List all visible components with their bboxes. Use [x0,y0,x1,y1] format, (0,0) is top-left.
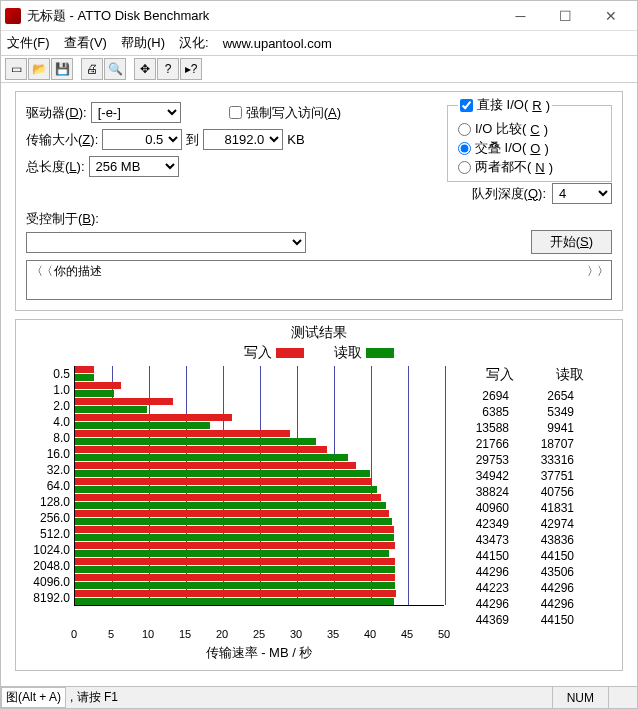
menu-url[interactable]: www.upantool.com [223,36,332,51]
values-table: 写入 读取 2694265463855349135889941217661870… [444,366,604,628]
print-icon[interactable]: 🖨 [81,58,103,80]
maximize-button[interactable]: ☐ [543,2,588,30]
table-row: 4422344296 [444,580,604,596]
menu-help[interactable]: 帮助(H) [121,34,165,52]
to-label: 到 [186,131,199,149]
minimize-button[interactable]: ─ [498,2,543,30]
bar-read [75,598,394,605]
bar-write [75,430,290,437]
status-left[interactable]: 图(Alt + A) [1,687,66,708]
menubar: 文件(F) 查看(V) 帮助(H) 汉化: www.upantool.com [1,31,637,55]
bar-read [75,534,394,541]
bar-read [75,486,377,493]
neither-radio[interactable]: 两者都不(N) [458,158,601,176]
status-mid: , 请按 F1 [66,689,552,706]
table-row: 4436944150 [444,612,604,628]
io-compare-radio[interactable]: I/O 比较(C) [458,120,601,138]
table-row: 4347343836 [444,532,604,548]
bar-read [75,582,395,589]
direct-io-fieldset: 直接 I/O(R) I/O 比较(C) 交叠 I/O(O) 两者都不(N) [447,96,612,182]
table-row: 2176618707 [444,436,604,452]
values-head-write: 写入 [444,366,514,384]
results-title: 测试结果 [24,324,614,342]
results-panel: 测试结果 写入 读取 0.51.02.04.08.016.032.064.012… [15,319,623,671]
drive-label: 驱动器(D): [26,104,87,122]
table-row: 63855349 [444,404,604,420]
bar-write [75,526,394,533]
xfer-label: 传输大小(Z): [26,131,98,149]
bar-read [75,454,348,461]
menu-han-label: 汉化: [179,34,209,52]
bar-write [75,494,381,501]
controlled-select[interactable] [26,232,306,253]
bar-write [75,590,396,597]
bar-write [75,398,173,405]
app-icon [5,8,21,24]
queue-label: 队列深度(Q): [472,185,546,203]
table-row: 4429643506 [444,564,604,580]
bar-read [75,374,94,381]
titlebar: 无标题 - ATTO Disk Benchmark ─ ☐ ✕ [1,1,637,31]
bar-write [75,510,389,517]
queue-select[interactable]: 4 [552,183,612,204]
open-icon[interactable]: 📂 [28,58,50,80]
bar-read [75,390,114,397]
start-button[interactable]: 开始(S) [531,230,612,254]
chart-legend: 写入 读取 [24,344,614,362]
table-row: 4429644296 [444,596,604,612]
table-row: 4234942974 [444,516,604,532]
bar-write [75,366,94,373]
length-select[interactable]: 256 MB [89,156,179,177]
bar-write [75,462,356,469]
chart-area [74,366,444,606]
window-title: 无标题 - ATTO Disk Benchmark [27,7,498,25]
bar-read [75,502,386,509]
status-num: NUM [552,687,608,708]
settings-panel: 驱动器(D): [-e-] 强制写入访问(A) 传输大小(Z): 0.5 到 8… [15,91,623,311]
bar-read [75,566,395,573]
table-row: 26942654 [444,388,604,404]
table-row: 135889941 [444,420,604,436]
overlap-io-radio[interactable]: 交叠 I/O(O) [458,139,601,157]
menu-file[interactable]: 文件(F) [7,34,50,52]
force-write-checkbox[interactable]: 强制写入访问(A) [229,104,341,122]
controlled-label: 受控制于(B): [26,210,99,228]
bar-read [75,422,210,429]
table-row: 2975333316 [444,452,604,468]
bar-write [75,478,371,485]
table-row: 3882440756 [444,484,604,500]
bar-read [75,470,370,477]
xfer-from-select[interactable]: 0.5 [102,129,182,150]
bar-write [75,382,121,389]
table-row: 4415044150 [444,548,604,564]
table-row: 4096041831 [444,500,604,516]
help-icon[interactable]: ? [157,58,179,80]
table-row: 3494237751 [444,468,604,484]
chart-x-label: 传输速率 - MB / 秒 [74,644,444,662]
chart-y-labels: 0.51.02.04.08.016.032.064.0128.0256.0512… [24,366,74,628]
direct-io-checkbox[interactable]: 直接 I/O(R) [460,96,550,114]
move-icon[interactable]: ✥ [134,58,156,80]
close-button[interactable]: ✕ [588,2,633,30]
bar-write [75,574,395,581]
length-label: 总长度(L): [26,158,85,176]
bar-write [75,414,232,421]
xfer-to-select[interactable]: 8192.0 [203,129,283,150]
chart-x-axis: 05101520253035404550 [74,628,444,642]
context-help-icon[interactable]: ▸? [180,58,202,80]
bar-write [75,542,395,549]
new-icon[interactable]: ▭ [5,58,27,80]
drive-select[interactable]: [-e-] [91,102,181,123]
bar-read [75,518,392,525]
bar-read [75,550,389,557]
preview-icon[interactable]: 🔍 [104,58,126,80]
values-head-read: 读取 [514,366,584,384]
description-box[interactable]: 〈〈 你的描述 〉〉 [26,260,612,300]
kb-label: KB [287,132,304,147]
toolbar: ▭ 📂 💾 🖨 🔍 ✥ ? ▸? [1,55,637,83]
save-icon[interactable]: 💾 [51,58,73,80]
statusbar: 图(Alt + A) , 请按 F1 NUM [1,686,637,708]
bar-read [75,438,316,445]
bar-write [75,558,395,565]
menu-view[interactable]: 查看(V) [64,34,107,52]
